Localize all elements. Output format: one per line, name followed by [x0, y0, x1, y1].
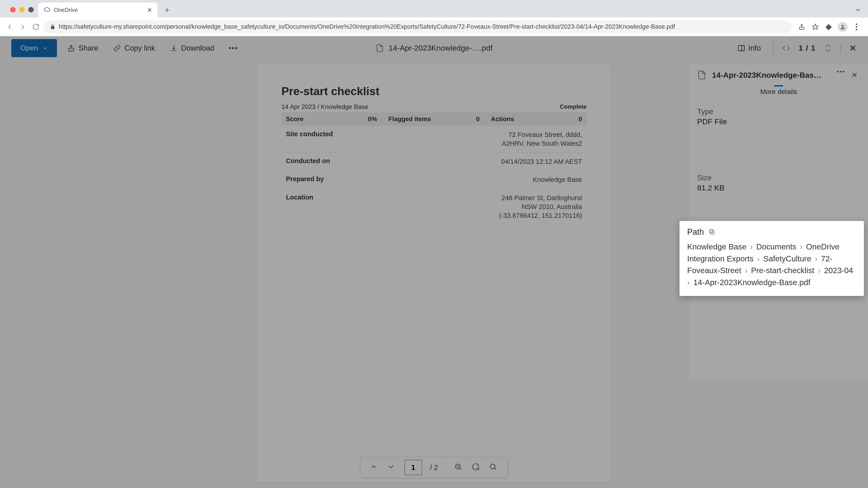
tabs-dropdown-button[interactable] — [855, 6, 861, 13]
svg-marker-1 — [813, 24, 818, 29]
browser-tab[interactable]: OneDrive ✕ — [38, 2, 158, 18]
svg-rect-21 — [711, 231, 714, 234]
path-breadcrumb[interactable]: Knowledge Base › Documents › OneDrive In… — [687, 241, 856, 288]
onedrive-favicon-icon — [43, 6, 51, 13]
maximize-window-button[interactable] — [28, 7, 34, 12]
svg-point-5 — [856, 29, 857, 30]
close-window-button[interactable] — [10, 7, 16, 12]
path-header: Path — [687, 227, 856, 237]
minimize-window-button[interactable] — [19, 7, 25, 12]
svg-rect-22 — [710, 230, 713, 233]
address-bar: https://safetyculture-my.sharepoint.com/… — [0, 18, 868, 36]
svg-point-2 — [842, 25, 844, 27]
address-bar-actions — [795, 22, 864, 32]
svg-point-3 — [856, 24, 857, 25]
url-text: https://safetyculture-my.sharepoint.com/… — [59, 23, 675, 30]
share-page-button[interactable] — [797, 22, 807, 32]
tab-strip: OneDrive ✕ + — [0, 0, 868, 18]
browser-menu-button[interactable] — [852, 22, 861, 32]
profile-button[interactable] — [838, 22, 848, 32]
copy-path-button[interactable] — [708, 228, 716, 236]
back-button[interactable] — [4, 22, 15, 32]
window-controls — [3, 7, 38, 18]
new-tab-button[interactable]: + — [162, 5, 172, 15]
reload-button[interactable] — [31, 22, 41, 32]
extensions-button[interactable] — [824, 22, 834, 32]
tab-close-button[interactable]: ✕ — [147, 6, 152, 14]
browser-chrome: OneDrive ✕ + https://safetyculture-my.sh… — [0, 0, 868, 36]
path-label: Path — [687, 227, 704, 237]
path-tooltip: Path Knowledge Base › Documents › OneDri… — [680, 221, 864, 296]
lock-icon — [50, 24, 56, 30]
bookmark-button[interactable] — [811, 22, 820, 32]
forward-button[interactable] — [18, 22, 28, 32]
onedrive-app: Open Share Copy link Download 14-Apr-202… — [0, 36, 868, 488]
tab-title: OneDrive — [54, 7, 78, 13]
svg-point-4 — [856, 26, 857, 28]
url-input[interactable]: https://safetyculture-my.sharepoint.com/… — [44, 21, 792, 33]
